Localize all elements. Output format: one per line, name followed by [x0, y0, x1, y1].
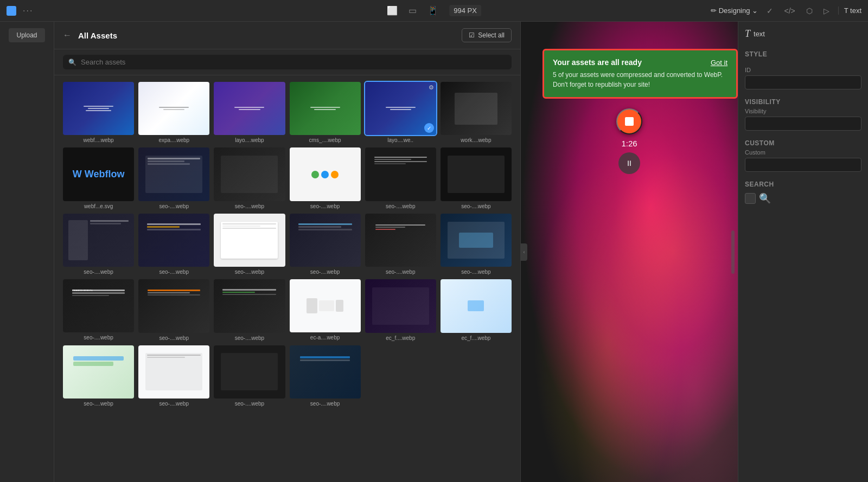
list-item[interactable]: seo-....webp	[441, 214, 512, 275]
asset-label: ec_f....webp	[365, 335, 436, 341]
list-item[interactable]: seo-....webp	[214, 214, 285, 275]
left-sidebar: Upload	[0, 22, 54, 482]
mobile-icon[interactable]: 📱	[427, 5, 438, 16]
design-mode-selector[interactable]: ✏ Designing ⌄	[711, 7, 758, 15]
more-options-icon[interactable]: ···	[23, 6, 33, 16]
asset-label: layo....webp	[214, 137, 285, 143]
list-item[interactable]: ec_f....webp	[441, 279, 512, 340]
asset-thumbnail	[63, 214, 134, 267]
assets-header: ← All Assets ☑ Select all	[54, 22, 520, 49]
code-icon[interactable]: </>	[782, 4, 797, 17]
list-item[interactable]: seo-....webp	[290, 345, 361, 407]
search-magnify-icon: 🔍	[759, 192, 771, 204]
list-item[interactable]: seo-....webp	[138, 214, 209, 275]
got-it-button[interactable]: Got it	[711, 59, 727, 67]
preview-area: 1:26 ⏸ Your assets are all ready Got it …	[521, 22, 738, 482]
visibility-input[interactable]	[745, 117, 861, 131]
collapse-panel-button[interactable]: ‹	[521, 243, 527, 261]
asset-label: seo-....webp	[214, 269, 285, 275]
list-item[interactable]: ec-a....webp	[290, 279, 361, 340]
list-item[interactable]: seo-....webp	[290, 214, 361, 275]
list-item[interactable]: seo-....webp	[290, 147, 361, 209]
notification-popup: Your assets are all ready Got it 5 of yo…	[542, 49, 738, 99]
asset-label: seo-....webp	[441, 269, 512, 275]
list-item[interactable]: seo-....webp	[63, 345, 134, 407]
play-icon[interactable]: ▷	[821, 4, 832, 17]
scrollbar[interactable]	[731, 230, 735, 274]
list-item[interactable]: ⚙ ✓ layo....we..	[365, 82, 436, 143]
top-bar-right: ✏ Designing ⌄ ✓ </> ⬡ ▷ T text	[711, 4, 861, 17]
list-item[interactable]: webf....webp	[63, 82, 134, 143]
asset-label: seo-....webp	[365, 203, 436, 209]
pause-recording-button[interactable]: ⏸	[618, 152, 640, 174]
asset-thumbnail	[365, 214, 436, 267]
notification-body: 5 of your assets were compressed and con…	[553, 70, 727, 89]
stop-icon	[625, 117, 634, 126]
type-text-label: text	[754, 30, 765, 38]
select-all-label: Select all	[478, 31, 505, 39]
search-section: Search 🔍	[745, 181, 861, 204]
visibility-title: Visibility	[745, 98, 861, 106]
asset-thumbnail	[138, 279, 209, 332]
list-item[interactable]: seo-....webp	[214, 345, 285, 407]
list-item[interactable]: cms_....webp	[290, 82, 361, 143]
search-controls: 🔍	[745, 192, 861, 204]
check-circle-icon[interactable]: ✓	[764, 4, 775, 17]
asset-thumbnail	[290, 82, 361, 135]
assets-grid-container[interactable]: webf....webp expa....webp layo....webp	[54, 75, 520, 482]
pencil-icon: ✏	[711, 7, 717, 15]
asset-label: seo-....webp	[365, 269, 436, 275]
design-mode-label: Designing	[719, 7, 750, 15]
asset-thumbnail	[441, 147, 512, 201]
asset-thumbnail	[290, 279, 361, 332]
assets-panel: ← All Assets ☑ Select all 🔍 webf....web	[54, 22, 521, 482]
asset-label: seo-....webp	[138, 401, 209, 407]
asset-label: webf...e.svg	[63, 203, 134, 209]
list-item[interactable]: seo-....webp	[63, 214, 134, 275]
list-item[interactable]: seo-....webp	[138, 147, 209, 209]
share-icon[interactable]: ⬡	[804, 4, 815, 17]
asset-thumbnail: ⚙ ✓	[365, 82, 436, 135]
list-item[interactable]: W Webflow webf...e.svg	[63, 147, 134, 209]
list-item[interactable]: ec_f....webp	[365, 279, 436, 340]
list-item[interactable]: seo-....webp	[138, 345, 209, 407]
top-bar: ··· ⬜ ▭ 📱 994 PX ✏ Designing ⌄ ✓ </> ⬡ ▷…	[0, 0, 868, 22]
list-item[interactable]: seo-....webp	[365, 214, 436, 275]
list-item[interactable]: seo-....webp	[214, 279, 285, 340]
list-item[interactable]: work....webp	[441, 82, 512, 143]
asset-thumbnail	[63, 345, 134, 399]
back-button[interactable]: ←	[63, 30, 72, 40]
chevron-icon: ⌄	[752, 7, 758, 15]
asset-thumbnail	[441, 279, 512, 332]
id-input[interactable]	[745, 75, 861, 89]
stop-recording-button[interactable]	[616, 108, 642, 134]
style-section: Style	[745, 50, 861, 58]
recording-indicator: 1:26 ⏸	[616, 108, 642, 174]
right-sidebar: T text Style ID Visibility Visibility Cu…	[738, 22, 868, 482]
search-checkbox[interactable]	[745, 193, 756, 204]
visibility-section: Visibility Visibility	[745, 98, 861, 131]
list-item[interactable]: seo-....webp	[214, 147, 285, 209]
type-T-icon: T	[745, 28, 750, 40]
tablet-landscape-icon[interactable]: ▭	[409, 5, 417, 16]
list-item[interactable]: Heading-style-h1 seo-....webp	[63, 279, 134, 340]
search-icon: 🔍	[68, 59, 76, 66]
list-item[interactable]: expa....webp	[138, 82, 209, 143]
timer-display: 1:26	[621, 139, 637, 148]
list-item[interactable]: layo....webp	[214, 82, 285, 143]
list-item[interactable]: seo-....webp	[365, 147, 436, 209]
list-item[interactable]: seo-....webp	[138, 279, 209, 340]
custom-label: Custom	[745, 149, 861, 156]
asset-thumbnail	[138, 147, 209, 201]
select-all-button[interactable]: ☑ Select all	[462, 28, 512, 42]
upload-button[interactable]: Upload	[9, 28, 44, 42]
desktop-icon[interactable]: ⬜	[387, 5, 398, 16]
svg-rect-0	[8, 8, 15, 14]
custom-input[interactable]	[745, 158, 861, 172]
asset-label: seo-....webp	[138, 269, 209, 275]
search-input[interactable]	[81, 58, 506, 66]
list-item[interactable]: seo-....webp	[441, 147, 512, 209]
checkbox-icon: ☑	[469, 31, 475, 39]
notification-header: Your assets are all ready Got it	[553, 58, 727, 67]
selected-check-icon: ✓	[424, 123, 434, 133]
